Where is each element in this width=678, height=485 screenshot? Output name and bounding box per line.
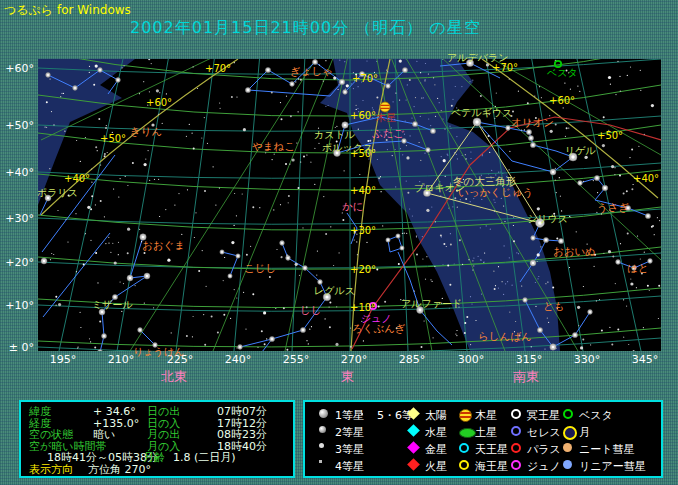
field-star [271,92,273,94]
milky-way-speckle [491,170,492,171]
field-star [61,93,62,94]
5・6等-symbol-icon [361,413,363,415]
field-star [563,107,564,108]
ra-tick-label: 330° [571,353,603,366]
ra-tick-label: 240° [222,353,254,366]
bright-star-core [475,120,478,123]
field-star [118,254,119,255]
field-star [153,307,154,308]
水星-symbol-icon [407,424,420,437]
field-star [104,216,105,217]
火星-symbol-icon [407,458,420,471]
field-star [217,331,219,333]
field-star [302,227,303,228]
field-star [603,116,605,118]
field-star [456,335,457,336]
constellation-label: オリオン [511,116,554,128]
milky-way-speckle [456,136,457,137]
field-star [281,256,283,258]
field-star [346,84,349,87]
field-star [120,178,121,179]
bright-star-core [579,182,581,184]
legend-label: 冥王星 [527,408,560,423]
field-star [58,303,61,306]
direction-label: 南東 [513,368,539,386]
field-star [223,314,225,316]
field-star [564,83,565,84]
field-star [450,243,452,245]
field-star [617,329,619,331]
field-star [583,286,584,287]
field-star [309,329,310,330]
3等星-symbol-icon [319,443,324,448]
field-star [110,252,111,253]
bright-star-core [560,240,562,242]
info-label: 経度 [29,418,51,429]
dec-tick-label: +40° [0,166,34,179]
bright-star-core [101,311,104,314]
milky-way-speckle [328,105,329,106]
legend-label: ニート彗星 [579,442,635,457]
field-star [556,237,558,239]
field-star [534,96,535,97]
info-value: 1.8 (二日月) [173,452,236,463]
field-star [570,216,571,217]
field-star [95,204,96,205]
bright-star-core [43,260,46,263]
star-label: ベテルギウス [451,107,512,118]
field-star [503,205,504,206]
field-star [468,259,469,260]
field-star [416,236,417,237]
star-chart-canvas[interactable]: 木星ジュノベスタ+70°+70°+70°+60°+60°+60°+50°+50°… [38,59,661,351]
field-star [127,185,128,186]
field-star [547,282,548,283]
bright-star-core [287,257,289,259]
field-star [91,195,93,197]
altitude-label: +30° [350,225,376,236]
field-star [288,202,289,203]
field-star [220,108,221,109]
jupiter-marker [380,102,390,112]
field-star [285,163,287,165]
info-value: 07時07分 [207,406,267,417]
field-star [647,285,649,287]
field-star [472,269,473,270]
field-star [342,219,344,221]
field-star [627,233,629,235]
field-star [356,241,357,242]
bright-star-core [344,91,346,93]
field-star [206,286,207,287]
field-star [586,156,588,158]
field-star [245,329,246,330]
field-star [181,234,182,235]
field-star [60,96,61,97]
field-star [425,279,426,280]
field-star [358,129,359,130]
bright-star-core [532,237,534,239]
info-value: +135.0° [93,418,139,429]
field-star [620,243,621,244]
field-star [555,180,556,181]
constellation-label: こじし [244,262,276,274]
field-star [159,92,160,93]
bright-star-core [47,74,49,76]
field-star [421,346,423,348]
chart-title: 2002年01月15日21時00分 （明石） の星空 [130,18,481,39]
milky-way-speckle [441,156,442,157]
field-star [139,229,140,230]
field-star [433,337,434,338]
field-star [273,209,274,210]
legend-label: 5・6等 [377,408,413,423]
field-star [583,181,584,182]
field-star [90,341,91,342]
field-star [626,190,628,192]
field-star [560,196,561,197]
milky-way-speckle [407,84,408,85]
field-star [265,152,266,153]
field-star [281,118,283,120]
2等星-symbol-icon [319,426,326,433]
field-star [236,215,237,216]
field-star [316,275,317,276]
star-label: ポルックス [322,142,373,153]
field-star [198,270,200,272]
